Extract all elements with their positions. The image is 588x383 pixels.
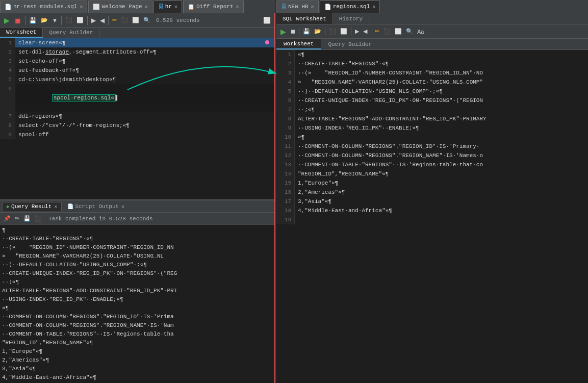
right-code-line-7: 7 ··;«¶ [276, 105, 588, 114]
line-num: 3 [276, 68, 295, 78]
close-icon[interactable]: ✕ [54, 203, 57, 210]
tab-query-result[interactable]: ▶ Query Result ✕ [2, 202, 62, 211]
right-btn4[interactable]: ⬜ [339, 27, 349, 36]
right-btn3[interactable]: ⬛ [327, 27, 338, 36]
btn5[interactable]: ⬜ [75, 16, 85, 24]
right-btn7[interactable]: ✏ [373, 27, 381, 36]
close-icon[interactable]: ✕ [372, 4, 375, 10]
line-num: 5 [276, 87, 295, 96]
save-btn2[interactable]: 💾 [22, 214, 32, 223]
top-tab-bar: 📄 hr-rest-modules.sql ✕ ⬜ Welcome Page ✕… [0, 0, 275, 13]
toolbar-sep [25, 16, 25, 25]
close-icon[interactable]: ✕ [80, 4, 83, 10]
right-code-line-12: 12 ··COMMENT·ON·COLUMN·"REGIONS"."REGION… [276, 151, 588, 160]
line-content: "REGION_ID","REGION_NAME"«¶ [295, 169, 389, 178]
right-tab-worksheet[interactable]: Worksheet [276, 39, 321, 49]
right-tab-querybuilder[interactable]: Query Builder [321, 39, 379, 49]
btn10[interactable]: ⬜ [131, 16, 141, 24]
line-content: ··)··DEFAULT·COLLATION·"USING_NLS_COMP"·… [295, 87, 443, 96]
tab-hr-rest[interactable]: 📄 hr-rest-modules.sql ✕ [0, 1, 87, 13]
line-content: » "REGION_NAME"·VARCHAR2(25)·COLLATE·"US… [295, 78, 483, 87]
line-content: «¶ [295, 133, 304, 142]
line-num: 8 [0, 121, 15, 130]
tab-worksheet-left[interactable]: Worksheet [0, 28, 43, 38]
line-num: 16 [276, 188, 295, 197]
btn9[interactable]: ⬛ [119, 16, 130, 24]
line-num: 9 [276, 123, 295, 133]
left-toolbar: ▶ ◼ 💾 📂 ▼ ⬛ ⬜ ▶ ◀ ✏ ⬛ ⬜ 🔍 0.528 seconds … [0, 13, 274, 28]
code-line-1: 1 clear·screen«¶ [0, 38, 274, 47]
right-btn6[interactable]: ◀ [362, 27, 369, 36]
left-inner-tabs: Worksheet Query Builder [0, 28, 274, 38]
right-save-btn[interactable]: 💾 [301, 27, 312, 36]
btn3[interactable]: ▼ [50, 16, 59, 24]
edit-btn[interactable]: ✏ [13, 214, 21, 223]
app-root: 📄 hr-rest-modules.sql ✕ ⬜ Welcome Page ✕… [0, 0, 588, 383]
export-btn[interactable]: ⬛ [33, 214, 43, 223]
btn11[interactable]: 🔍 [142, 16, 152, 24]
line-num: 1 [276, 50, 295, 59]
line-num: 9 [0, 130, 15, 139]
pin-btn[interactable]: 📌 [2, 214, 12, 223]
tab-welcome[interactable]: ⬜ Welcome Page ✕ [88, 1, 152, 13]
script-output-label: Script Output [75, 203, 119, 210]
right-code-editor[interactable]: 1 «¶ 2 ··CREATE·TABLE·"REGIONS"·«¶ 3 ··(… [276, 50, 588, 383]
bottom-tab-bar: ▶ Query Result ✕ 📄 Script Output ✕ [0, 200, 274, 213]
right-open-btn[interactable]: 📂 [313, 27, 323, 36]
line-num: 2 [0, 47, 15, 57]
code-line-7: 7 ddl·regions«¶ [0, 112, 274, 121]
right-code-line-15: 15 1,"Europe"«¶ [276, 178, 588, 188]
right-btn11[interactable]: Aa [416, 28, 425, 36]
tab-querybuilder-left[interactable]: Query Builder [43, 28, 99, 38]
line-content: clear·screen«¶ [15, 38, 274, 47]
btn7[interactable]: ◀ [98, 16, 106, 25]
result-line: ··)··DEFAULT·COLLATION·"USING_NLS_COMP"·… [2, 261, 272, 269]
line-num: 17 [276, 197, 295, 206]
btn4[interactable]: ⬛ [64, 16, 74, 24]
tab-label: NEW HR [288, 4, 309, 10]
right-btn9[interactable]: ⬜ [393, 27, 403, 36]
db-icon: 🗄 [281, 4, 287, 10]
open-btn[interactable]: 📂 [39, 16, 49, 24]
close-icon[interactable]: ✕ [174, 4, 177, 10]
right-code-line-6: 6 ··CREATE·UNIQUE·INDEX·"REG_ID_PK"·ON·"… [276, 96, 588, 105]
btn8[interactable]: ✏ [111, 16, 118, 24]
right-sep4 [371, 27, 371, 36]
right-run-btn[interactable]: ▶ [278, 27, 288, 37]
toolbar-sep2 [61, 16, 62, 25]
stop-button[interactable]: ◼ [13, 15, 23, 25]
right-btn8[interactable]: ⬛ [382, 27, 392, 36]
close-icon[interactable]: ✕ [311, 4, 314, 10]
right-stop-btn[interactable]: ◼ [289, 27, 297, 36]
toolbar-time: 0.528 seconds [156, 17, 200, 23]
toolbar-expand[interactable]: ⬜ [262, 16, 272, 25]
right-btn5[interactable]: ▶ [353, 27, 361, 36]
left-code-editor[interactable]: 1 clear·screen«¶ 2 set·ddl·storage,·segm… [0, 38, 274, 199]
bottom-content[interactable]: ¶ ··CREATE·TABLE·"REGIONS"·«¶ ··(» "REGI… [0, 225, 274, 383]
querybuilder-tab-label: Query Builder [49, 30, 93, 36]
tab-label: hr-rest-modules.sql [13, 4, 77, 10]
close-icon[interactable]: ✕ [145, 4, 148, 10]
subtab-history[interactable]: History [333, 13, 369, 24]
line-content: select·/*csv*/·/*·from·regions;«¶ [15, 121, 130, 130]
code-line-4: 4 set·feedback·off«¶ [0, 66, 274, 75]
tab-hr[interactable]: 🗄 hr ✕ [154, 1, 182, 13]
close-icon[interactable]: ✕ [236, 4, 239, 10]
tab-script-output[interactable]: 📄 Script Output ✕ [63, 202, 129, 211]
save-btn[interactable]: 💾 [28, 16, 38, 25]
run-button[interactable]: ▶ [2, 15, 12, 25]
code-line-6: 6 spool·regions.sql«▌ [0, 84, 274, 112]
btn6[interactable]: ▶ [90, 16, 97, 25]
code-line-2: 2 set·ddl·storage,·segment_attributes·of… [0, 47, 274, 57]
tab-new-hr[interactable]: 🗄 NEW HR ✕ [276, 1, 319, 13]
tab-diff[interactable]: 📋 Diff Report ✕ [183, 1, 244, 13]
tab-regions-sql[interactable]: 📄 regions.sql ✕ [320, 1, 380, 13]
tab-label: regions.sql [333, 4, 370, 10]
right-code-line-5: 5 ··)··DEFAULT·COLLATION·"USING_NLS_COMP… [276, 87, 588, 96]
line-num: 15 [276, 178, 295, 188]
line-num: 6 [276, 96, 295, 105]
right-code-line-19: 19 [276, 215, 588, 224]
subtab-sql-worksheet[interactable]: SQL Worksheet [276, 13, 333, 24]
close-icon[interactable]: ✕ [121, 203, 124, 210]
right-btn10[interactable]: 🔍 [404, 27, 415, 36]
